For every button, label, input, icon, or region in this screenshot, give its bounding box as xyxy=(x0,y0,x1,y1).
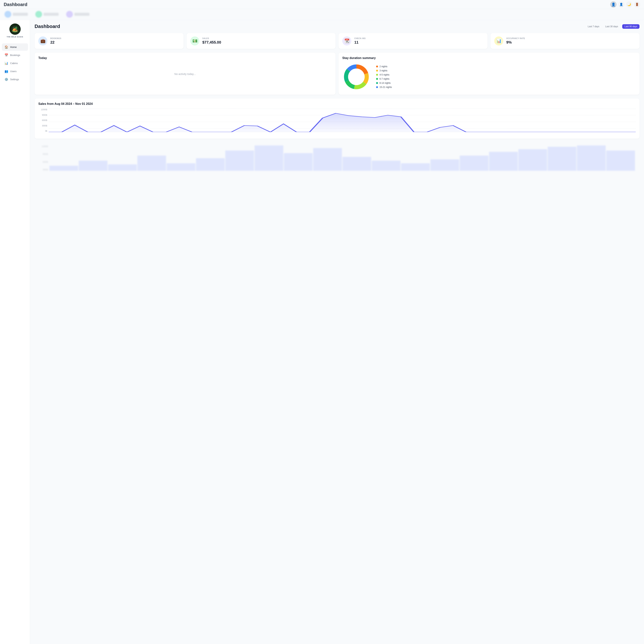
app-container: THE WILD OASIS 🏠 Home 📅 Bookings 📊 Cabin… xyxy=(0,20,644,644)
bar xyxy=(49,166,78,171)
y-axis: 12000$ 9000$ 6000$ 3000$ 0$ xyxy=(38,109,49,135)
legend-dot-15-21-nights xyxy=(376,86,378,88)
dark-mode-button[interactable]: 🌙 xyxy=(626,1,632,8)
avatar-button[interactable]: 👤 xyxy=(610,1,617,8)
bar xyxy=(548,147,576,171)
bar xyxy=(342,157,371,171)
sidebar-item-home-label: Home xyxy=(10,46,17,48)
sales-stat-info: SALES $77,455.00 xyxy=(202,37,221,45)
occupancy-stat-label: OCCUPANCY RATE xyxy=(506,37,525,39)
line-chart-svg xyxy=(49,109,636,132)
sidebar-item-cabins-label: Cabins xyxy=(10,62,18,65)
bottom-chart-section: 12000$ 9000$ 6000$ 3000$ xyxy=(35,142,639,177)
sidebar-item-cabins[interactable]: 📊 Cabins xyxy=(2,60,28,67)
date-filter-group: Last 7 days Last 30 days Last 90 days xyxy=(586,24,639,29)
top-stat-item xyxy=(5,11,28,18)
legend-label-2-nights: 2 nights xyxy=(379,65,387,68)
bottom-y-label-9000: 9000$ xyxy=(39,153,49,155)
middle-grid: Today No activity today... Stay duration… xyxy=(35,53,639,95)
donut-chart-svg xyxy=(342,63,370,91)
stay-duration-title: Stay duration summary xyxy=(342,56,636,60)
settings-icon: ⚙️ xyxy=(5,78,8,81)
top-stat-item xyxy=(66,11,89,18)
donut-legend: 2 nights 3 nights 4-5 nights xyxy=(376,65,392,88)
users-icon: 👥 xyxy=(5,70,8,73)
legend-4-5-nights: 4-5 nights xyxy=(376,73,392,76)
bar xyxy=(255,145,283,171)
legend-label-4-5-nights: 4-5 nights xyxy=(379,73,389,76)
bar xyxy=(577,145,606,171)
legend-6-7-nights: 6-7 nights xyxy=(376,78,392,80)
cabins-icon: 📊 xyxy=(5,61,8,65)
top-stat-circle xyxy=(66,11,73,18)
top-stat-circle xyxy=(5,11,11,18)
bar xyxy=(489,152,518,171)
bar xyxy=(225,150,254,171)
stat-card-checkins: 📆 CHECK-INS 11 xyxy=(339,33,488,49)
logo-text: THE WILD OASIS xyxy=(7,36,23,38)
bar xyxy=(79,161,107,171)
svg-point-6 xyxy=(348,69,365,85)
stats-grid: 💼 BOOKINGS 22 💵 SALES $77,455.00 📆 xyxy=(35,33,639,49)
header-actions: 👤 👤 🌙 🚪 xyxy=(610,1,640,8)
chart-plot-area xyxy=(49,109,636,135)
legend-dot-3-nights xyxy=(376,70,378,72)
bar xyxy=(284,153,313,171)
sidebar: THE WILD OASIS 🏠 Home 📅 Bookings 📊 Cabin… xyxy=(0,20,30,644)
user-icon-button[interactable]: 👤 xyxy=(618,1,624,8)
sidebar-item-home[interactable]: 🏠 Home xyxy=(2,43,28,51)
bookings-stat-label: BOOKINGS xyxy=(50,37,61,39)
legend-label-8-14-nights: 8-14 nights xyxy=(379,82,391,84)
bar xyxy=(167,163,195,171)
bookings-icon: 📅 xyxy=(5,53,8,57)
top-stat-text xyxy=(13,13,28,16)
sales-panel: Sales from Aug 04 2024 – Nov 01 2024 120… xyxy=(35,98,639,139)
legend-2-nights: 2 nights xyxy=(376,65,392,68)
sales-chart-title: Sales from Aug 04 2024 – Nov 01 2024 xyxy=(38,102,636,106)
sales-line-path xyxy=(49,113,636,132)
sales-stat-value: $77,455.00 xyxy=(202,40,221,45)
y-label-3000: 3000$ xyxy=(38,125,49,127)
checkins-stat-info: CHECK-INS 11 xyxy=(354,37,366,45)
filter-last-90-days[interactable]: Last 90 days xyxy=(622,24,639,29)
logout-button[interactable]: 🚪 xyxy=(634,1,640,8)
y-label-9000: 9000$ xyxy=(38,114,49,116)
main-content: Dashboard Last 7 days Last 30 days Last … xyxy=(30,20,644,644)
today-empty-message: No activity today... xyxy=(174,73,196,76)
top-stat-circle xyxy=(35,11,42,18)
legend-dot-8-14-nights xyxy=(376,82,378,84)
global-header-title: Dashboard xyxy=(4,2,27,7)
bar xyxy=(313,148,342,171)
home-icon: 🏠 xyxy=(5,45,8,49)
sidebar-item-bookings[interactable]: 📅 Bookings xyxy=(2,51,28,59)
sales-stat-label: SALES xyxy=(202,37,221,39)
bookings-stat-info: BOOKINGS 22 xyxy=(50,37,61,45)
legend-15-21-nights: 15-21 nights xyxy=(376,86,392,88)
bar xyxy=(430,159,459,171)
legend-dot-6-7-nights xyxy=(376,78,378,80)
bookings-stat-value: 22 xyxy=(50,40,61,45)
bottom-bar-chart xyxy=(49,145,635,174)
legend-label-3-nights: 3 nights xyxy=(379,69,387,72)
logo-image xyxy=(9,23,21,35)
top-stats-bar xyxy=(0,9,644,20)
bar xyxy=(196,158,225,171)
stat-card-bookings: 💼 BOOKINGS 22 xyxy=(35,33,184,49)
today-empty-state: No activity today... xyxy=(38,63,332,85)
checkins-stat-value: 11 xyxy=(354,40,366,45)
sidebar-item-settings[interactable]: ⚙️ Settings xyxy=(2,76,28,83)
sidebar-item-users[interactable]: 👥 Users xyxy=(2,68,28,75)
stat-card-sales: 💵 SALES $77,455.00 xyxy=(187,33,336,49)
global-header: Dashboard 👤 👤 🌙 🚪 xyxy=(0,0,644,9)
bar xyxy=(401,163,430,171)
checkins-stat-label: CHECK-INS xyxy=(354,37,366,39)
top-stat-item xyxy=(35,11,59,18)
sidebar-item-settings-label: Settings xyxy=(10,78,19,81)
bottom-y-label-3000: 3000$ xyxy=(39,169,49,171)
dashboard-header: Dashboard Last 7 days Last 30 days Last … xyxy=(35,23,639,29)
filter-last-30-days[interactable]: Last 30 days xyxy=(603,24,620,29)
filter-last-7-days[interactable]: Last 7 days xyxy=(586,24,601,29)
bottom-y-label-6000: 6000$ xyxy=(39,161,49,163)
occupancy-stat-info: OCCUPANCY RATE 9% xyxy=(506,37,525,45)
sidebar-item-users-label: Users xyxy=(10,70,17,73)
